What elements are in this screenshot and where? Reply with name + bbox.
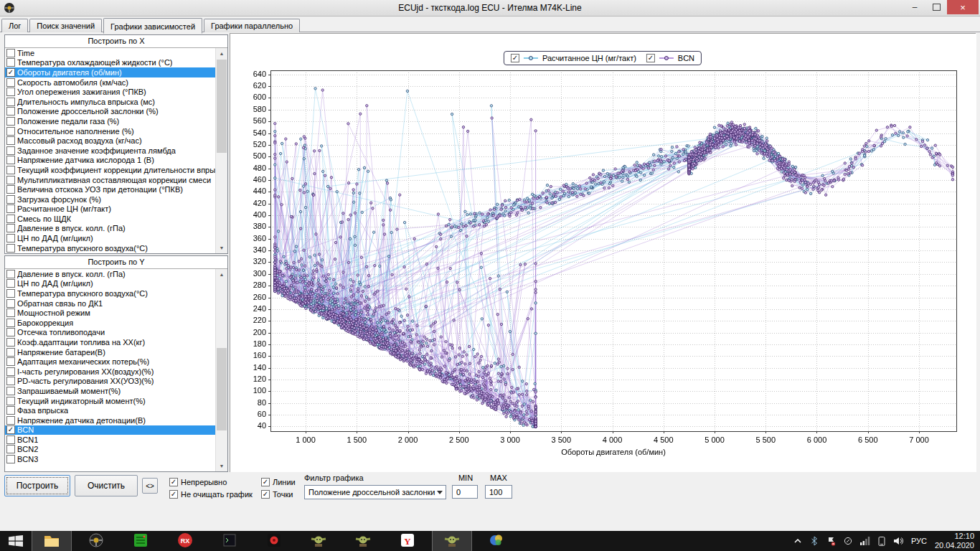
checkbox-icon[interactable]: [6, 416, 15, 425]
minimize-button[interactable]: –: [904, 0, 925, 14]
max-input[interactable]: [485, 485, 512, 499]
yoda-app-1-taskbar-button[interactable]: [298, 531, 339, 551]
console-app-taskbar-button[interactable]: [209, 531, 250, 551]
chart-plot[interactable]: [230, 34, 976, 473]
clock[interactable]: 12:10 20.04.2020: [935, 532, 974, 550]
checkbox-icon[interactable]: [6, 215, 15, 223]
checkbox-icon[interactable]: [6, 319, 15, 327]
x-list-item[interactable]: ✓Обороты двигателя (об/мин): [5, 67, 216, 77]
tab-1[interactable]: Поиск значений: [29, 19, 102, 32]
y-list-item[interactable]: Давление в впуск. колл. (гПа): [5, 269, 216, 279]
y-list-item[interactable]: Запрашиваемый момент(%): [5, 386, 216, 396]
legend-checkbox[interactable]: ✓: [646, 54, 655, 62]
scroll-up-icon[interactable]: ▲: [216, 269, 227, 280]
scrollbar-thumb[interactable]: [217, 348, 227, 430]
scroll-down-icon[interactable]: ▼: [216, 242, 227, 253]
y-list-item[interactable]: ✓BCN: [5, 425, 216, 435]
x-list-item[interactable]: Массовый расход воздуха (кг/час): [5, 136, 216, 146]
checkbox-icon[interactable]: [6, 328, 15, 336]
filter-select[interactable]: Положение дроссельной заслонки: [304, 485, 446, 499]
yandex-browser-taskbar-button[interactable]: Y: [387, 531, 428, 551]
x-list-item[interactable]: Загрузка форсунок (%): [5, 194, 216, 204]
x-list-item[interactable]: Положение педали газа (%): [5, 116, 216, 126]
checkbox-icon[interactable]: [6, 224, 15, 232]
checkbox-icon[interactable]: [6, 435, 15, 444]
x-list-item[interactable]: Смесь по ЩДК: [5, 214, 216, 224]
checkbox-icon[interactable]: [6, 204, 15, 213]
checkbox-icon[interactable]: ✓: [6, 425, 15, 434]
x-list-item[interactable]: ЦН по ДАД (мг/цикл): [5, 233, 216, 243]
tab-3[interactable]: Графики параллельно: [204, 19, 300, 32]
x-list-item[interactable]: Температура охлаждающей жидкости (°C): [5, 58, 216, 68]
checkbox-icon[interactable]: [6, 98, 15, 106]
graphics-app-taskbar-button[interactable]: [476, 531, 517, 551]
checkbox-icon[interactable]: [6, 289, 15, 298]
y-list-item[interactable]: BCN1: [5, 435, 216, 445]
checkbox-icon[interactable]: [6, 117, 15, 126]
restore-button[interactable]: [925, 0, 947, 14]
checkbox-icon[interactable]: [6, 195, 15, 204]
x-list-item[interactable]: Заданное значение коэффициента лямбда: [5, 146, 216, 156]
swap-axes-button[interactable]: <>: [142, 478, 158, 494]
checkbox-icon[interactable]: [6, 166, 15, 174]
checkbox-icon[interactable]: [6, 78, 15, 87]
volume-icon[interactable]: [893, 537, 903, 545]
checkbox-icon[interactable]: [6, 136, 15, 145]
yoda-app-3-taskbar-button[interactable]: [432, 531, 472, 551]
x-list-item[interactable]: Текущий коэффициент коррекции длительнос…: [5, 165, 216, 175]
notification-flag-icon[interactable]: [826, 537, 836, 546]
signal-bars-icon[interactable]: [860, 537, 870, 545]
y-list-item[interactable]: Отсечка топливоподачи: [5, 328, 216, 338]
chevron-up-icon[interactable]: [793, 537, 802, 545]
checkbox-icon[interactable]: [6, 445, 15, 453]
file-explorer-taskbar-button[interactable]: [32, 531, 72, 551]
checkbox-icon[interactable]: [6, 387, 15, 395]
x-list-item[interactable]: Положение дроссельной заслонки (%): [5, 107, 216, 117]
y-list-item[interactable]: Коэф.адаптации топлива на ХХ(кг): [5, 337, 216, 347]
y-list-item[interactable]: Напряжение датчика детонации(В): [5, 415, 216, 425]
x-list-item[interactable]: Длительность импульса впрыска (мс): [5, 97, 216, 107]
checkbox-icon[interactable]: [6, 146, 15, 155]
x-list-item[interactable]: Скорость автомобиля (км/час): [5, 77, 216, 88]
tuner-app-taskbar-button[interactable]: [121, 531, 161, 551]
checkbox-icon[interactable]: [6, 299, 15, 308]
x-list-item[interactable]: Расчитанное ЦН (мг/такт): [5, 204, 216, 215]
x-list-item[interactable]: Напряжение датчика кислорода 1 (В): [5, 156, 216, 166]
checkbox-icon[interactable]: [6, 127, 15, 136]
keep-graph-checkbox[interactable]: ✓ Не очищать график: [169, 489, 253, 499]
y-list-item[interactable]: BCN2: [5, 445, 216, 455]
clear-button[interactable]: Очистить: [75, 475, 138, 496]
y-list-item[interactable]: Адаптация механических потерь(%): [5, 357, 216, 367]
checkbox-icon[interactable]: [6, 348, 15, 357]
checkbox-icon[interactable]: [6, 406, 15, 415]
y-list-item[interactable]: Мощностной режим: [5, 308, 216, 318]
y-list-item[interactable]: Обратная связь по ДК1: [5, 298, 216, 309]
yoda-app-2-taskbar-button[interactable]: [343, 531, 383, 551]
lines-checkbox[interactable]: ✓ Линии: [261, 476, 296, 487]
checkbox-icon[interactable]: [6, 377, 15, 385]
x-list-item[interactable]: Мультипликативная составляющая коррекции…: [5, 175, 216, 185]
x-list-item[interactable]: Time: [5, 48, 216, 58]
checkbox-icon[interactable]: ✓: [6, 68, 15, 77]
x-list-item[interactable]: Относительное наполнение (%): [5, 126, 216, 136]
x-list-item[interactable]: Давление в впуск. колл. (гПа): [5, 224, 216, 234]
checkbox-icon[interactable]: [6, 270, 15, 278]
y-list-item[interactable]: Напряжение батареи(В): [5, 347, 216, 357]
recorder-app-taskbar-button[interactable]: [254, 531, 294, 551]
rx-app-taskbar-button[interactable]: RX: [165, 531, 205, 551]
checkbox-icon[interactable]: [6, 397, 15, 405]
checkbox-icon[interactable]: [6, 107, 15, 116]
checkbox-icon[interactable]: [6, 244, 15, 253]
points-checkbox[interactable]: ✓ Точки: [261, 489, 296, 499]
pen-icon[interactable]: [844, 537, 852, 545]
checkbox-icon[interactable]: [6, 49, 15, 57]
checkbox-icon[interactable]: [6, 176, 15, 184]
checkbox-icon[interactable]: [6, 185, 15, 194]
min-input[interactable]: [452, 485, 478, 499]
build-button[interactable]: Построить: [4, 475, 70, 496]
tab-2[interactable]: Графики зависимостей: [103, 18, 202, 34]
start-button[interactable]: [0, 531, 32, 551]
checkbox-icon[interactable]: [6, 338, 15, 347]
checkbox-icon[interactable]: [6, 357, 15, 366]
x-list-item[interactable]: Угол опережения зажигания (°ПКВ): [5, 87, 216, 97]
